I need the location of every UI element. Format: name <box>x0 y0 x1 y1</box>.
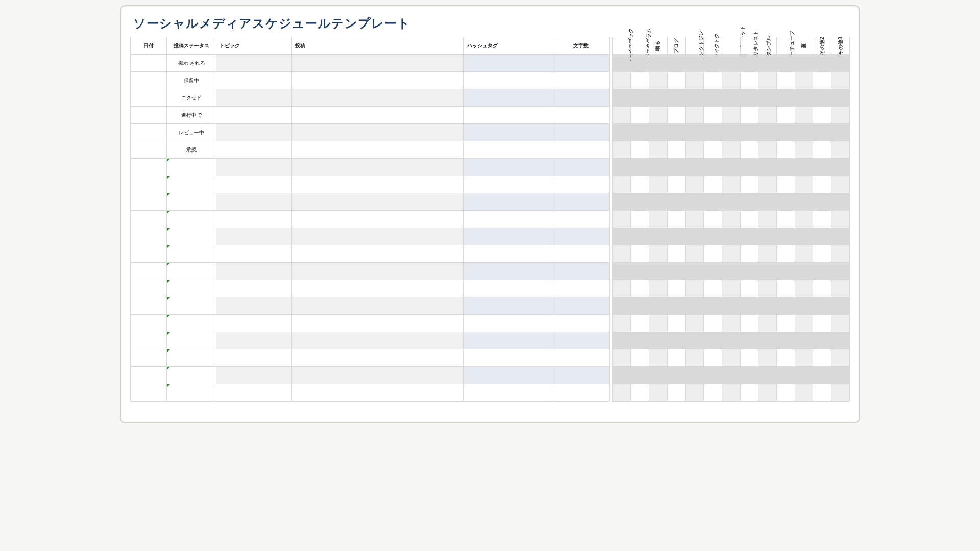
cell-platform[interactable] <box>667 263 685 280</box>
cell-platform[interactable] <box>758 193 777 211</box>
cell-platform[interactable] <box>612 159 631 176</box>
cell-date[interactable] <box>131 349 167 367</box>
cell-date[interactable] <box>131 384 167 402</box>
cell-chars[interactable] <box>552 107 609 124</box>
cell-platform[interactable] <box>667 315 685 332</box>
cell-hashtag[interactable] <box>463 176 552 193</box>
cell-platform[interactable] <box>667 297 685 315</box>
cell-date[interactable] <box>131 228 167 245</box>
cell-post[interactable] <box>292 176 464 193</box>
cell-platform[interactable] <box>777 297 795 315</box>
cell-platform[interactable] <box>831 141 850 159</box>
cell-topic[interactable] <box>216 245 292 263</box>
cell-platform[interactable] <box>758 384 777 402</box>
cell-post[interactable] <box>292 193 464 211</box>
cell-platform[interactable] <box>740 159 758 176</box>
cell-platform[interactable] <box>831 315 850 332</box>
cell-status[interactable]: レビュー中 <box>167 124 216 141</box>
cell-platform[interactable] <box>667 141 685 159</box>
cell-platform[interactable] <box>740 280 758 297</box>
cell-date[interactable] <box>131 315 167 332</box>
cell-platform[interactable] <box>685 367 704 384</box>
cell-platform[interactable] <box>667 367 685 384</box>
cell-platform[interactable] <box>667 228 685 245</box>
cell-status[interactable] <box>167 193 216 211</box>
cell-platform[interactable] <box>704 159 722 176</box>
cell-post[interactable] <box>292 211 464 228</box>
cell-platform[interactable] <box>758 349 777 367</box>
cell-platform[interactable] <box>795 176 813 193</box>
cell-platform[interactable] <box>649 55 668 72</box>
cell-platform[interactable] <box>722 245 740 263</box>
cell-date[interactable] <box>131 141 167 159</box>
cell-date[interactable] <box>131 332 167 349</box>
cell-platform[interactable] <box>722 72 740 89</box>
cell-platform[interactable] <box>777 176 795 193</box>
cell-platform[interactable] <box>704 141 722 159</box>
cell-platform[interactable] <box>631 384 649 402</box>
cell-platform[interactable] <box>813 89 831 107</box>
cell-platform[interactable] <box>831 193 850 211</box>
cell-platform[interactable] <box>795 315 813 332</box>
cell-platform[interactable] <box>649 89 668 107</box>
cell-platform[interactable] <box>704 349 722 367</box>
cell-topic[interactable] <box>216 72 292 89</box>
cell-platform[interactable] <box>612 72 631 89</box>
cell-platform[interactable] <box>740 349 758 367</box>
cell-hashtag[interactable] <box>463 55 552 72</box>
cell-chars[interactable] <box>552 245 609 263</box>
cell-platform[interactable] <box>704 211 722 228</box>
cell-platform[interactable] <box>649 141 668 159</box>
cell-platform[interactable] <box>831 245 850 263</box>
cell-platform[interactable] <box>704 124 722 141</box>
cell-hashtag[interactable] <box>463 72 552 89</box>
schedule-table[interactable]: 日付 投稿ステータス トピック 投稿 ハッシュタグ 文字数 フェイスブックインス… <box>130 37 850 402</box>
cell-post[interactable] <box>292 141 464 159</box>
cell-platform[interactable] <box>777 141 795 159</box>
cell-platform[interactable] <box>722 107 740 124</box>
cell-platform[interactable] <box>612 263 631 280</box>
cell-platform[interactable] <box>813 349 831 367</box>
cell-platform[interactable] <box>704 55 722 72</box>
cell-date[interactable] <box>131 367 167 384</box>
cell-platform[interactable] <box>795 211 813 228</box>
cell-platform[interactable] <box>685 384 704 402</box>
cell-status[interactable]: 進行中で <box>167 107 216 124</box>
cell-post[interactable] <box>292 367 464 384</box>
cell-platform[interactable] <box>813 55 831 72</box>
cell-platform[interactable] <box>813 107 831 124</box>
cell-platform[interactable] <box>758 245 777 263</box>
cell-platform[interactable] <box>740 124 758 141</box>
cell-topic[interactable] <box>216 124 292 141</box>
cell-platform[interactable] <box>631 297 649 315</box>
cell-platform[interactable] <box>722 176 740 193</box>
cell-post[interactable] <box>292 89 464 107</box>
cell-date[interactable] <box>131 89 167 107</box>
cell-platform[interactable] <box>740 211 758 228</box>
cell-status[interactable] <box>167 280 216 297</box>
cell-chars[interactable] <box>552 72 609 89</box>
cell-platform[interactable] <box>667 107 685 124</box>
cell-platform[interactable] <box>813 159 831 176</box>
cell-date[interactable] <box>131 107 167 124</box>
cell-platform[interactable] <box>740 297 758 315</box>
cell-hashtag[interactable] <box>463 315 552 332</box>
cell-platform[interactable] <box>813 384 831 402</box>
cell-platform[interactable] <box>649 176 668 193</box>
cell-platform[interactable] <box>740 384 758 402</box>
cell-chars[interactable] <box>552 159 609 176</box>
cell-platform[interactable] <box>685 228 704 245</box>
cell-platform[interactable] <box>704 193 722 211</box>
cell-platform[interactable] <box>831 159 850 176</box>
cell-platform[interactable] <box>685 332 704 349</box>
cell-platform[interactable] <box>740 332 758 349</box>
cell-platform[interactable] <box>722 280 740 297</box>
cell-platform[interactable] <box>631 107 649 124</box>
cell-hashtag[interactable] <box>463 159 552 176</box>
cell-platform[interactable] <box>813 280 831 297</box>
cell-platform[interactable] <box>685 72 704 89</box>
cell-platform[interactable] <box>649 349 668 367</box>
cell-platform[interactable] <box>831 107 850 124</box>
cell-chars[interactable] <box>552 367 609 384</box>
cell-topic[interactable] <box>216 228 292 245</box>
